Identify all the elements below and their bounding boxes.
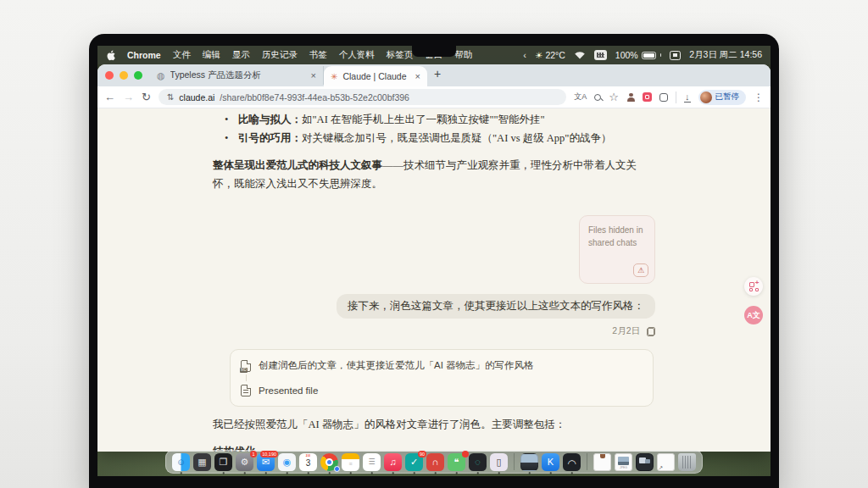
dock-keynote-icon[interactable]: K [542, 453, 559, 471]
claude-chat-page: 比喻与拟人：如"AI 在智能手机上生出了一颗独立按键""智能外挂" 引号的巧用：… [97, 108, 771, 452]
dock: ☺▦❐⚙1✉10,190◉2月3≡☰♫✓90∩❝◌▯K◠ [165, 450, 703, 474]
zoom-icon[interactable] [594, 94, 601, 101]
dock-chrome-icon[interactable] [320, 453, 338, 471]
reload-button[interactable]: ↻ [142, 91, 151, 103]
tab-typeless[interactable]: ◍ Typeless 产品选题分析 × [150, 66, 324, 85]
list-item: 比喻与拟人：如"AI 在智能手机上生出了一颗独立按键""智能外挂" [213, 110, 655, 129]
dock-teal-app-icon[interactable]: ✓90 [405, 453, 423, 471]
profile-status-label: 已暂停 [715, 92, 740, 103]
dock-notes-icon[interactable]: ≡ [342, 453, 359, 471]
browser-toolbar: ← → ↻ ⇅ claude.ai/share/bb0f8e74-993f-44… [97, 86, 771, 108]
menubar-datetime[interactable]: 2月3日 周二 14:56 [689, 49, 762, 61]
dock-wechat-icon[interactable]: ❝ [448, 453, 465, 471]
markdown-file-icon [241, 360, 251, 372]
menu-item[interactable]: 个人资料 [339, 49, 375, 61]
battery-icon [642, 52, 656, 59]
downloads-icon[interactable]: ↓ [684, 92, 691, 103]
menu-item[interactable]: 标签页 [387, 49, 414, 61]
menu-item[interactable]: 书签 [309, 49, 327, 61]
menu-item[interactable]: 文件 [173, 49, 191, 61]
apple-menu-icon[interactable] [106, 50, 115, 61]
tool-use-card[interactable]: 创建润色后的文章，使其更接近爱范儿「AI 器物志」的写作风格 Presented… [230, 349, 654, 407]
dock-bear-icon[interactable]: ∩ [426, 453, 444, 471]
files-hidden-text: Files hidden in shared chats [588, 225, 643, 247]
dock-capture-app-icon[interactable]: ❐ [214, 453, 232, 471]
new-tab-button[interactable]: + [434, 67, 441, 80]
translate-icon[interactable]: 文A [574, 92, 587, 103]
dock-mail-icon[interactable]: ✉10,190 [257, 453, 275, 471]
dock-calendar-icon[interactable]: 2月3 [299, 453, 317, 471]
url-domain: claude.ai [179, 92, 214, 103]
dock-finder-icon[interactable]: ☺ [172, 453, 190, 471]
globe-favicon: ◍ [157, 70, 165, 81]
list-item: 引号的巧用：对关键概念加引号，既是强调也是质疑（"AI vs 超级 App"的战… [213, 129, 655, 147]
weather-temp: 22°C [545, 50, 565, 60]
tab-claude[interactable]: ✳ Claude | Claude × [324, 66, 427, 86]
sun-icon: ☀ [535, 50, 542, 60]
dock-window-preview-dark-icon[interactable]: ◠ [563, 453, 581, 471]
menubar-app-name[interactable]: Chrome [127, 50, 161, 60]
battery-percent: 100% [615, 50, 638, 60]
copy-icon[interactable] [647, 327, 655, 336]
bookmark-star-icon[interactable]: ☆ [609, 91, 619, 103]
dock-music-icon[interactable]: ♫ [384, 453, 402, 471]
files-hidden-card: Files hidden in shared chats ⚠ [579, 215, 655, 284]
macbook-frame: Chrome 文件编辑显示历史记录书签个人资料标签页窗口帮助 ‹ ☀ 22°C … [89, 34, 779, 488]
weather-status[interactable]: ☀ 22°C [535, 50, 565, 60]
warning-chip[interactable]: ⚠ [633, 263, 648, 277]
dock-file-window-thumb-icon[interactable] [636, 453, 654, 471]
input-source-icon[interactable] [594, 50, 607, 60]
more-menu-icon[interactable]: ⋮ [754, 92, 764, 103]
pink-extension-icon[interactable] [643, 92, 652, 102]
dock-file-alias-icon[interactable] [657, 453, 675, 471]
desktop-screen: Chrome 文件编辑显示历史记录书签个人资料标签页窗口帮助 ‹ ☀ 22°C … [97, 46, 771, 476]
forward-button[interactable]: → [123, 91, 134, 103]
profile-extension-icon[interactable] [626, 93, 635, 102]
extension-icon[interactable] [659, 93, 668, 102]
dock-file-document-icon[interactable] [593, 453, 611, 471]
tab-label: Claude | Claude [342, 71, 409, 81]
immersive-translate-button[interactable]: A文 [744, 306, 763, 324]
tool-row-create[interactable]: 创建润色后的文章，使其更接近爱范儿「AI 器物志」的写作风格 [241, 357, 643, 374]
collect-extension-button[interactable] [744, 277, 763, 296]
analysis-paragraph: 整体呈现出爱范儿式的科技人文叙事——技术细节与产业观察并重，理性分析中带着人文关… [213, 156, 655, 193]
address-bar[interactable]: ⇅ claude.ai/share/bb0f8e74-993f-44ea-b53… [159, 89, 566, 105]
dock-file-jpeg-icon[interactable] [615, 453, 632, 471]
camera-notch [412, 46, 456, 57]
battery-status[interactable]: 100% [615, 50, 661, 60]
user-message-bubble: 接下来，润色这篇文章，使其更接近以上这些文本的写作风格： [337, 294, 655, 319]
tool-row-presented[interactable]: Presented file [241, 381, 643, 399]
profile-chip[interactable]: 已暂停 [698, 90, 747, 105]
menu-item[interactable]: 显示 [232, 49, 250, 61]
dock-ring-app-icon[interactable]: ◌ [469, 453, 487, 471]
tab-label: Typeless 产品选题分析 [170, 69, 306, 81]
tab-close-icon[interactable]: × [415, 71, 420, 81]
back-button[interactable]: ← [104, 91, 115, 103]
display-settings-icon[interactable] [670, 51, 681, 60]
warning-icon: ⚠ [637, 264, 644, 277]
translate-float-icon: A文 [747, 310, 760, 321]
menubar-hidden-items-chevron[interactable]: ‹ [523, 50, 526, 60]
close-window-button[interactable] [105, 71, 114, 80]
dock-separator [587, 453, 587, 470]
dock-settings-icon[interactable]: ⚙1 [236, 453, 253, 471]
grid-plus-icon [749, 282, 759, 291]
dock-iphone-mirroring-icon[interactable]: ▯ [490, 453, 508, 471]
dock-separator [514, 453, 515, 470]
maximize-window-button[interactable] [134, 71, 142, 80]
wifi-icon[interactable] [574, 51, 586, 59]
dock-window-preview-photo-icon[interactable] [520, 453, 538, 471]
menu-item[interactable]: 编辑 [203, 49, 220, 61]
avatar [700, 92, 712, 103]
dock-reminders-icon[interactable]: ☰ [363, 453, 381, 471]
tool-row-label: Presented file [259, 385, 318, 396]
tab-close-icon[interactable]: × [311, 70, 316, 80]
menu-item[interactable]: 帮助 [454, 49, 472, 61]
site-settings-icon[interactable]: ⇅ [167, 92, 174, 102]
dock-safari-icon[interactable]: ◉ [278, 453, 296, 471]
menu-item[interactable]: 历史记录 [262, 49, 298, 61]
dock-trash-icon[interactable] [678, 453, 696, 471]
dock-launchpad-icon[interactable]: ▦ [193, 453, 211, 471]
minimize-window-button[interactable] [120, 71, 128, 80]
toolbar-divider [676, 92, 676, 103]
